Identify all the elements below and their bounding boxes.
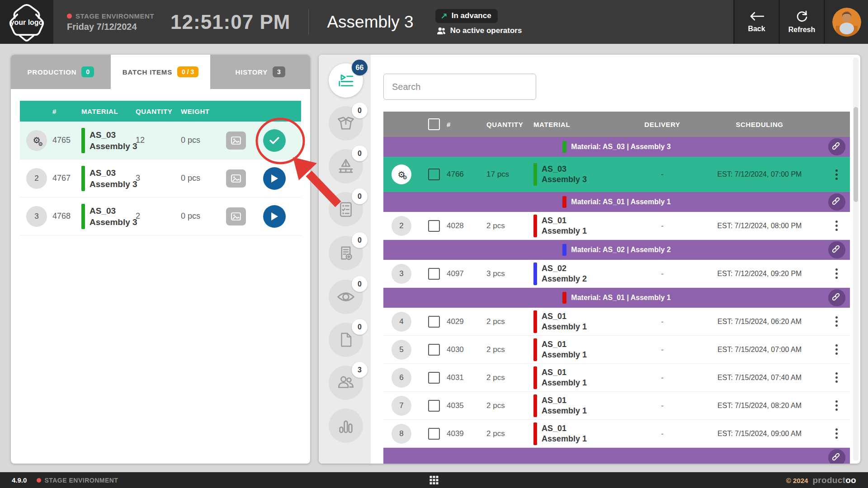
queue-count-badge: 66 (352, 60, 368, 75)
active-operation-icon: ⚙⚙ (392, 164, 411, 184)
status-column: ↗ In advance No active operators (435, 9, 522, 35)
order-row[interactable]: 7 4035 2 pcs AS_01 Assembly 1 - EST: 7/1… (383, 392, 850, 420)
sidebar-item-team[interactable]: 3 (329, 366, 363, 400)
row-menu-button[interactable] (828, 314, 844, 330)
material-chip (562, 292, 566, 304)
row-checkbox[interactable] (428, 169, 440, 180)
company-logo: your logo (0, 0, 53, 44)
material-color-bar (533, 338, 537, 361)
complete-button[interactable] (263, 129, 286, 152)
scrollbar-thumb[interactable] (854, 107, 858, 202)
row-menu-button[interactable] (828, 370, 844, 386)
tab-history[interactable]: HISTORY 3 (210, 55, 310, 89)
material-group-row: Material: AS_02 | Assembly 2 (383, 240, 850, 260)
material-color-bar (533, 310, 537, 333)
sidebar-item-production-queue[interactable]: 66 (329, 63, 363, 98)
row-checkbox[interactable] (428, 268, 440, 280)
orders-panel: 66 0 0 0 0 (319, 55, 860, 464)
clock: 12:51:07 PM (170, 11, 290, 33)
photos-button[interactable] (226, 207, 246, 225)
link-group-button[interactable] (828, 289, 845, 306)
row-menu-button[interactable] (828, 166, 844, 183)
order-row[interactable]: 4 4029 2 pcs AS_01 Assembly 1 - EST: 7/1… (383, 308, 850, 336)
row-menu-button[interactable] (828, 266, 844, 282)
orders-table: # QUANTITY MATERIAL DELIVERY SCHEDULING … (383, 112, 850, 464)
sidebar-item-checklist[interactable]: 0 (329, 192, 363, 226)
order-row[interactable]: 8 4039 2 pcs AS_01 Assembly 1 - EST: 7/1… (383, 420, 850, 448)
row-checkbox[interactable] (428, 316, 440, 328)
order-row[interactable]: ⚙⚙ 4766 17 pcs AS_03 Assembly 3 - EST: 7… (383, 157, 850, 192)
environment-dot (67, 14, 72, 19)
row-menu-button[interactable] (828, 398, 844, 414)
copyright: © 2024 (786, 477, 808, 484)
material-color-bar (533, 366, 537, 389)
productoo-logo: productoo (812, 475, 856, 485)
apps-grid-icon[interactable] (430, 476, 439, 484)
sidebar-item-packaging[interactable]: 0 (329, 106, 363, 141)
material-color-bar (533, 163, 537, 186)
left-tabs: PRODUCTION 0 BATCH ITEMS 0 / 3 HISTORY 3 (11, 55, 310, 89)
search-input[interactable] (383, 74, 536, 100)
tab-production[interactable]: PRODUCTION 0 (11, 55, 111, 89)
back-arrow-icon (749, 11, 764, 21)
pallet-count-badge: 0 (352, 145, 368, 161)
link-group-button[interactable] (828, 241, 845, 258)
avatar-block (825, 0, 868, 44)
tab-production-badge: 0 (81, 66, 94, 77)
batch-row[interactable]: 2 4767 AS_03 Assembly 3 3 0 pcs (20, 160, 301, 197)
back-button[interactable]: Back (735, 0, 778, 44)
start-button[interactable] (263, 205, 286, 228)
tab-batch-items[interactable]: BATCH ITEMS 0 / 3 (111, 55, 211, 89)
row-menu-button[interactable] (828, 218, 844, 234)
active-operation-icon: ⚙⚙ (26, 130, 47, 151)
photos-button[interactable] (226, 169, 246, 188)
link-group-button[interactable] (828, 138, 845, 155)
row-checkbox[interactable] (428, 400, 440, 412)
material-color-bar (533, 215, 537, 237)
row-checkbox[interactable] (428, 428, 440, 440)
vertical-scrollbar (853, 57, 859, 461)
orders-content: # QUANTITY MATERIAL DELIVERY SCHEDULING … (383, 55, 850, 464)
photos-button[interactable] (226, 131, 246, 150)
user-avatar[interactable] (832, 8, 861, 37)
refresh-button[interactable]: Refresh (780, 0, 824, 44)
link-group-button[interactable] (828, 449, 845, 464)
sidebar-item-statistics[interactable] (329, 408, 363, 443)
order-row[interactable]: 5 4030 2 pcs AS_01 Assembly 1 - EST: 7/1… (383, 336, 850, 364)
link-group-button[interactable] (828, 193, 845, 211)
header-main: STAGE ENVIRONMENT Friday 7/12/2024 12:51… (53, 0, 733, 44)
row-menu-button[interactable] (828, 426, 844, 442)
trend-up-icon: ↗ (441, 12, 448, 20)
order-row[interactable]: 3 4097 3 pcs AS_02 Assembly 2 - EST: 7/1… (383, 260, 850, 288)
order-row[interactable]: 6 4031 2 pcs AS_01 Assembly 1 - EST: 7/1… (383, 364, 850, 392)
environment-block: STAGE ENVIRONMENT Friday 7/12/2024 (67, 12, 154, 32)
logo-hexagon-icon: your logo (5, 1, 48, 43)
batch-row[interactable]: 3 4768 AS_03 Assembly 3 2 0 pcs (20, 197, 301, 235)
header-divider (308, 9, 309, 35)
sidebar-item-watch[interactable]: 0 (329, 280, 363, 314)
material-chip (562, 196, 566, 208)
row-checkbox[interactable] (428, 372, 440, 384)
start-button[interactable] (263, 167, 286, 190)
row-menu-button[interactable] (828, 342, 844, 358)
row-checkbox[interactable] (428, 220, 440, 232)
top-header: your logo STAGE ENVIRONMENT Friday 7/12/… (0, 0, 868, 44)
sidebar-item-pallet-warning[interactable]: 0 (329, 149, 363, 183)
operators-icon (436, 27, 446, 35)
operators-status: No active operators (435, 26, 522, 35)
sidebar-item-documents[interactable]: 0 (329, 323, 363, 357)
app-version: 4.9.0 (12, 476, 27, 484)
batch-row[interactable]: ⚙⚙ 4765 AS_03 Assembly 3 12 0 pcs (20, 122, 301, 160)
row-checkbox[interactable] (428, 344, 440, 356)
batch-table-header: # MATERIAL QUANTITY WEIGHT (20, 101, 301, 122)
material-chip (562, 141, 566, 153)
packaging-count-badge: 0 (352, 103, 368, 118)
material-group-row-partial (383, 448, 850, 464)
material-group-row: Material: AS_01 | Assembly 1 (383, 288, 850, 308)
current-date: Friday 7/12/2024 (67, 22, 154, 32)
select-all-checkbox[interactable] (428, 118, 440, 130)
sidebar-item-document-approval[interactable]: 0 (329, 236, 363, 270)
tab-batch-items-badge: 0 / 3 (177, 66, 198, 77)
order-row[interactable]: 2 4028 2 pcs AS_01 Assembly 1 - EST: 7/1… (383, 212, 850, 240)
material-color-bar (533, 422, 537, 445)
